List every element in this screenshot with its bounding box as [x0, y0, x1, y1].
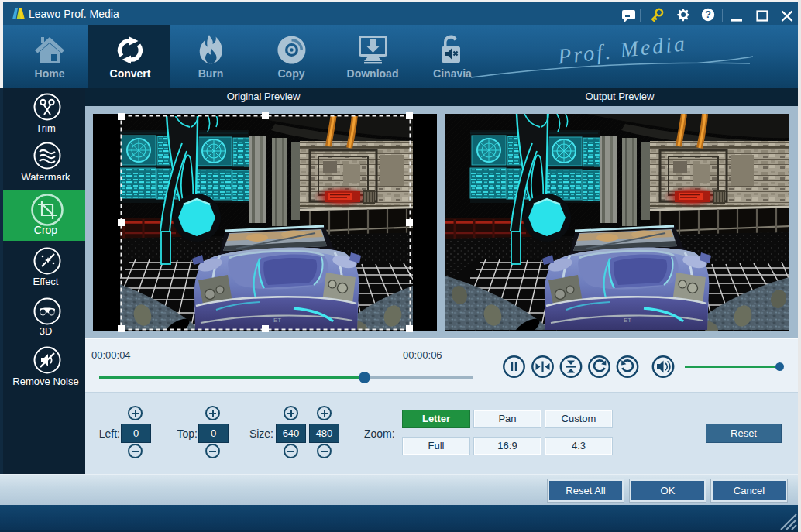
- svg-text:?: ?: [705, 9, 711, 20]
